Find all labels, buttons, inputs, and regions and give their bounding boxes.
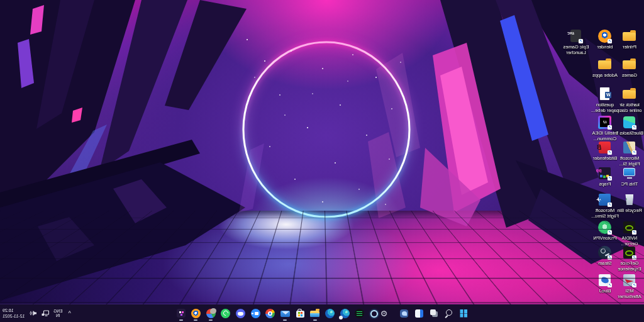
shortcut-arrow-icon — [608, 255, 613, 260]
desktop-icon-intellij-idea[interactable]: IntelliJ IDEA Commun... — [591, 115, 619, 142]
this-pc-icon — [623, 166, 637, 180]
desktop-icon-steam[interactable]: Steam — [591, 245, 619, 267]
desktop-icon-label: BlueJ — [591, 289, 619, 294]
desktop-icon-label: Bitdefender — [591, 156, 619, 162]
language-region: IN — [56, 313, 60, 318]
blender-icon — [598, 29, 613, 43]
taskbar-teams-chat-icon[interactable] — [399, 308, 409, 319]
system-tray: ^ ENG IN 16:29 12-11-2021 — [1, 304, 72, 322]
taskbar-start-icon[interactable] — [458, 308, 469, 319]
shortcut-arrow-icon — [633, 255, 637, 260]
microsoft-flight-sim-icon — [623, 140, 637, 155]
clock-date: 12-11-2021 — [3, 313, 25, 319]
shortcut-arrow-icon — [608, 230, 613, 235]
language-indicator[interactable]: ENG IN — [53, 309, 62, 318]
taskbar-blender-icon[interactable] — [191, 308, 201, 319]
protonvpn-icon — [598, 220, 613, 235]
desktop-icon-bitdefender[interactable]: Bitdefender — [591, 140, 619, 162]
desktop-icon-grid: PrinterGameskartick sir online classBlue… — [0, 0, 644, 304]
taskbar-task-view-icon[interactable] — [429, 308, 440, 319]
desktop-icon-epic-games-launcher[interactable]: Epic Games Launcher — [562, 29, 591, 55]
msi-afterburner-icon — [623, 273, 637, 287]
taskbar-zoom-icon[interactable] — [250, 308, 261, 319]
desktop-icon-label: Steam — [591, 261, 619, 267]
desktop-icon-label: ProtonVPN — [591, 236, 619, 242]
network-icon[interactable] — [42, 309, 49, 317]
fraps-icon — [598, 166, 613, 180]
taskbar-icons — [175, 306, 469, 320]
running-indicator — [179, 319, 183, 321]
desktop-screen: PrinterGameskartick sir online classBlue… — [0, 0, 644, 322]
taskbar-spotify-icon[interactable] — [354, 308, 365, 319]
shortcut-arrow-icon — [579, 39, 584, 43]
taskbar-chrome-icon[interactable] — [265, 308, 275, 319]
running-indicator — [283, 319, 287, 321]
language-code: ENG — [53, 309, 62, 313]
shortcut-arrow-icon — [608, 176, 613, 180]
desktop-icon-blender[interactable]: blender — [591, 29, 619, 50]
question-paper-doc-icon — [598, 87, 613, 101]
desktop-icon-microsoft-flight-sim-2[interactable]: Microsoft Flight Simu... — [591, 192, 619, 219]
bitdefender-icon — [598, 140, 613, 155]
desktop-icon-label: Adobe apps — [591, 73, 619, 79]
shortcut-arrow-icon — [608, 203, 613, 207]
desktop-icon-bluej[interactable]: BlueJ — [591, 273, 619, 294]
desktop-icon-protonvpn[interactable]: ProtonVPN — [591, 220, 619, 242]
epic-games-launcher-icon — [569, 29, 584, 43]
bluej-icon — [598, 273, 613, 287]
running-indicator — [313, 319, 317, 321]
intellij-idea-icon — [598, 115, 613, 130]
desktop-icon-label: Microsoft Flight Simu... — [591, 208, 619, 219]
kartick-online-class-folder-icon — [623, 87, 637, 101]
clock[interactable]: 16:29 12-11-2021 — [1, 308, 25, 319]
taskbar-fraps-icon[interactable] — [175, 308, 186, 319]
adobe-apps-folder-icon — [598, 57, 613, 72]
hidden-icons-chevron-icon[interactable]: ^ — [67, 310, 72, 316]
desktop-icon-label: Epic Games Launcher — [562, 45, 591, 55]
nvidia-geforce-icon — [623, 220, 637, 235]
desktop-icon-adobe-apps-folder[interactable]: Adobe apps — [591, 57, 619, 79]
taskbar-microsoft-store-icon[interactable] — [295, 308, 306, 319]
steam-icon — [598, 245, 613, 260]
taskbar-edge-beta-icon[interactable] — [340, 308, 350, 319]
running-indicator — [209, 319, 213, 321]
taskbar: ^ ENG IN 16:29 12-11-2021 — [0, 304, 644, 322]
shortcut-arrow-icon — [608, 283, 613, 287]
taskbar-edge-icon[interactable] — [325, 308, 335, 319]
running-indicator — [194, 319, 197, 321]
shortcut-arrow-icon — [633, 283, 637, 287]
shortcut-arrow-icon — [633, 150, 637, 155]
geforce-experience-icon — [623, 245, 637, 260]
desktop-icon-label: blender — [591, 45, 619, 50]
taskbar-discord-icon[interactable] — [235, 308, 246, 319]
volume-icon[interactable] — [29, 309, 37, 317]
taskbar-widgets-icon[interactable] — [414, 308, 425, 319]
clock-time: 16:29 — [3, 308, 25, 313]
taskbar-file-explorer-icon[interactable] — [309, 308, 320, 319]
desktop-icon-fraps[interactable]: Fraps — [591, 166, 619, 187]
games-folder-icon — [623, 57, 637, 72]
desktop-icon-label: Fraps — [591, 182, 619, 187]
desktop-icon-label: question paper debe... — [591, 103, 619, 113]
taskbar-whatsapp-icon[interactable] — [220, 308, 231, 319]
taskbar-ring-app-icon[interactable] — [369, 308, 380, 319]
desktop-icon-question-paper-doc[interactable]: question paper debe... — [591, 87, 619, 113]
shortcut-arrow-icon — [608, 125, 613, 130]
taskbar-mail-icon[interactable] — [280, 308, 291, 319]
taskbar-search-icon[interactable] — [443, 308, 454, 319]
shortcut-arrow-icon — [633, 230, 637, 235]
printer-folder-icon — [623, 29, 637, 43]
shortcut-arrow-icon — [633, 125, 637, 130]
shortcut-arrow-icon — [608, 39, 613, 43]
bluestacks-5-icon — [623, 115, 637, 130]
shortcut-arrow-icon — [608, 150, 613, 155]
microsoft-flight-sim-2-icon — [598, 192, 613, 207]
taskbar-gimp-icon[interactable] — [206, 308, 216, 319]
taskbar-settings-icon[interactable] — [384, 308, 395, 319]
recycle-bin-icon — [623, 192, 637, 207]
